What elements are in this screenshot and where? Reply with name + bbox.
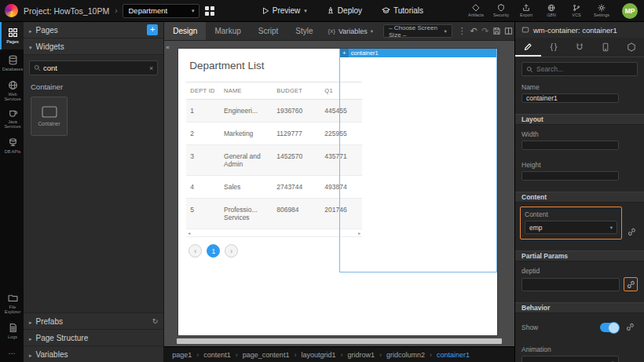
gear-icon (598, 4, 606, 12)
partial-params-section-header[interactable]: Partial Params (515, 250, 644, 261)
add-widget-icon[interactable] (340, 49, 349, 57)
split-view-icon[interactable] (503, 22, 514, 40)
column-header[interactable]: DEPT ID (186, 82, 220, 100)
pages-grid-icon[interactable] (205, 6, 214, 16)
tab-conditions[interactable] (618, 38, 644, 57)
prefabs-section-header[interactable]: Prefabs (24, 313, 163, 329)
height-input[interactable] (521, 171, 619, 181)
pagination-page-1-button[interactable]: 1 (207, 244, 220, 258)
widgets-section-header[interactable]: Widgets (24, 38, 163, 55)
canvas-horizontal-scrollbar[interactable] (177, 338, 502, 344)
tab-design[interactable]: Design (164, 22, 206, 40)
widgets-header-label: Widgets (36, 42, 64, 51)
rail-item-file-explorer[interactable]: File Explorer (0, 290, 24, 317)
breadcrumb-item[interactable]: content1 (203, 351, 243, 359)
content-select[interactable]: emp ▾ (525, 221, 617, 234)
behavior-section-header[interactable]: Behavior (515, 302, 644, 313)
tab-script[interactable]: Script (250, 22, 287, 40)
export-icon (522, 4, 530, 12)
show-bind-icon[interactable] (624, 320, 636, 333)
add-page-button[interactable]: + (147, 24, 158, 35)
i18n-button[interactable]: i18N (540, 4, 563, 17)
tutorials-button[interactable]: Tutorials (382, 6, 423, 15)
wavemaker-logo-icon[interactable] (5, 4, 18, 17)
scroll-left-icon[interactable] (188, 230, 190, 236)
table-row[interactable]: 4 Sales 2743744 493874 (186, 176, 362, 199)
security-button[interactable]: Security (489, 4, 513, 17)
clear-search-icon[interactable] (149, 64, 153, 72)
table-row[interactable]: 1 Engineeri... 1936760 445455 (186, 100, 362, 122)
rail-item-db-apis[interactable]: DB APIs (0, 132, 24, 159)
rail-item-logs[interactable]: Logs (0, 317, 24, 345)
user-avatar[interactable]: MP (622, 3, 638, 19)
rail-item-java-services[interactable]: Java Services (0, 104, 24, 132)
pages-header-label: Pages (36, 26, 58, 35)
properties-search-input[interactable] (536, 65, 633, 73)
variables-label: Variables (36, 350, 68, 359)
breadcrumb-item[interactable]: page1 (172, 351, 203, 359)
container-widget-tile[interactable]: Container (31, 97, 68, 136)
vcs-button[interactable]: VCS (565, 4, 588, 17)
widget-search-box[interactable] (29, 60, 158, 75)
deploy-label: Deploy (338, 6, 362, 15)
search-icon (34, 64, 41, 71)
web-services-icon (8, 80, 18, 90)
variables-section-header[interactable]: Variables (24, 346, 163, 362)
collapse-left-panel-icon[interactable] (166, 44, 169, 51)
redo-icon[interactable] (480, 22, 492, 40)
tab-markup[interactable]: Markup (206, 22, 249, 40)
refresh-icon[interactable] (152, 317, 159, 325)
tab-events[interactable] (567, 38, 593, 57)
rail-item-web-services[interactable]: Web Services (0, 77, 24, 104)
preview-button[interactable]: Preview ▾ (262, 6, 307, 15)
rail-more-button[interactable] (0, 345, 24, 362)
more-options-icon[interactable] (456, 22, 468, 40)
table-horizontal-scrollbar[interactable] (186, 229, 362, 237)
settings-button[interactable]: Settings (590, 4, 613, 17)
animation-select[interactable]: ▾ (521, 356, 619, 362)
rail-item-databases[interactable]: Databases (0, 49, 24, 77)
breadcrumb-item[interactable]: gridcolumn2 (386, 351, 437, 359)
column-header[interactable]: NAME (220, 82, 273, 100)
breadcrumb-item[interactable]: layoutgrid1 (301, 351, 347, 359)
column-header[interactable]: BUDGET (273, 82, 320, 100)
page-structure-section-header[interactable]: Page Structure (24, 329, 163, 346)
table-row[interactable]: 5 Professio... Services 806984 201746 (186, 199, 362, 229)
variables-dropdown-button[interactable]: Variables ▾ (322, 22, 379, 40)
breadcrumb-item-current[interactable]: container1 (437, 351, 470, 359)
tab-properties[interactable] (515, 38, 541, 57)
undo-icon[interactable] (468, 22, 480, 40)
deptid-input[interactable] (521, 278, 620, 291)
export-button[interactable]: Export (514, 4, 538, 17)
show-toggle[interactable] (600, 323, 619, 332)
container-selection-tag[interactable]: container1 (340, 49, 496, 57)
content-section-header[interactable]: Content (515, 192, 644, 203)
widget-search-input[interactable] (43, 64, 147, 72)
screen-size-dropdown[interactable]: – Choose Screen Size – ▾ (383, 24, 452, 38)
save-icon[interactable] (491, 22, 503, 40)
tab-styles[interactable] (541, 38, 567, 57)
table-row[interactable]: 2 Marketing 1129777 225955 (186, 122, 362, 145)
rail-item-pages[interactable]: Pages (0, 22, 24, 49)
height-label: Height (521, 161, 638, 169)
breadcrumb-item[interactable]: gridrow1 (347, 351, 386, 359)
selected-container-outline[interactable]: container1 (339, 49, 497, 272)
artifacts-button[interactable]: Artifacts (464, 4, 488, 17)
tab-devices[interactable] (592, 38, 618, 57)
properties-search-box[interactable] (521, 62, 638, 76)
table-row[interactable]: 3 General and Admin 1452570 435771 (186, 145, 362, 176)
pagination-prev-button[interactable]: ‹ (188, 244, 202, 258)
width-input[interactable] (521, 141, 619, 150)
breadcrumb-item[interactable]: page_content1 (243, 351, 302, 359)
design-canvas[interactable]: Department List DEPT ID NAME BUDGET Q1 (178, 49, 497, 335)
pagination-next-button[interactable]: › (225, 244, 238, 258)
pages-section-header[interactable]: Pages + (24, 22, 163, 38)
deploy-button[interactable]: Deploy (327, 6, 362, 15)
cell: 2 (186, 122, 220, 145)
content-bind-icon[interactable] (625, 225, 638, 238)
deptid-bind-icon[interactable] (624, 277, 638, 291)
layout-section-header[interactable]: Layout (515, 114, 644, 125)
name-input[interactable] (521, 93, 619, 103)
page-selector-dropdown[interactable]: Department ▾ (123, 4, 199, 18)
tab-style[interactable]: Style (287, 22, 321, 40)
